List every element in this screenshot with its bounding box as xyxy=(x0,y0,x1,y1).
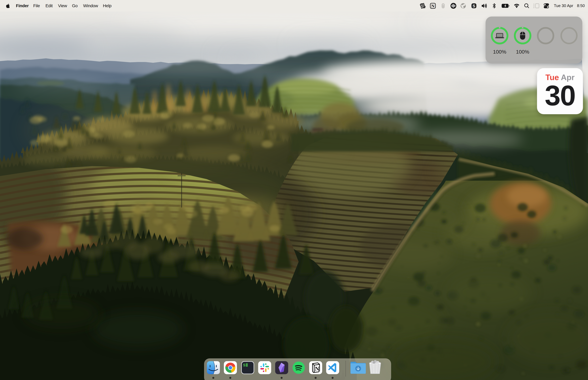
svg-text:100%: 100% xyxy=(516,49,529,55)
svg-text:$: $ xyxy=(243,363,246,368)
svg-text:N: N xyxy=(315,365,320,372)
svg-text:100%: 100% xyxy=(493,49,506,55)
svg-text:Finder: Finder xyxy=(16,3,29,8)
svg-text:N: N xyxy=(431,3,435,8)
svg-text:Window: Window xyxy=(83,3,98,8)
svg-text:View: View xyxy=(58,3,67,8)
svg-text:Tue 30 Apr: Tue 30 Apr xyxy=(554,3,573,8)
svg-text:Go: Go xyxy=(72,3,78,8)
svg-text:Help: Help xyxy=(103,3,112,8)
svg-text:Edit: Edit xyxy=(45,3,53,8)
svg-text:8:50: 8:50 xyxy=(577,3,585,8)
svg-text:File: File xyxy=(33,3,40,8)
svg-text:S: S xyxy=(473,4,475,8)
